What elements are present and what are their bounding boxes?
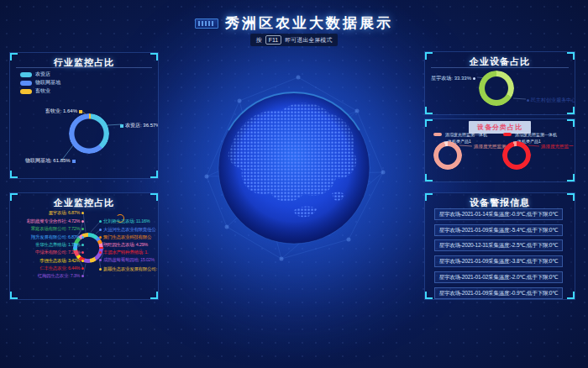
panel-alarms: 设备警报信息 星宇农场-2021-01-14采集温度:-0.9℃,低于下限:0℃…	[424, 192, 575, 300]
label-bullet	[99, 259, 102, 261]
dashboard-background: 秀洲区农业大数据展示 按 F11 即可退出全屏模式 行业监控占比 农资店 物联网…	[0, 0, 588, 368]
callout-text: 物联网基地: 61.85%	[25, 157, 71, 165]
label-bullet	[81, 251, 84, 254]
alarm-row: 星宇农场-2021-01-02采集温度:-2.0℃,低于下限:0℃	[434, 271, 563, 283]
callout-xingyu-farm: 星宇农场: 33.33%	[428, 75, 475, 82]
alarm-row: 星宇农场-2021-01-09采集温度:-5.4℃,低于下限:0℃	[434, 224, 563, 236]
callout-bullet	[527, 99, 529, 102]
callout-bullet	[72, 160, 76, 163]
alarm-row: 星宇农场-2021-01-14采集温度:-0.9℃,低于下限:0℃	[434, 208, 563, 220]
label-bullet	[99, 244, 102, 246]
page-title: 秀洲区农业大数据展示	[225, 13, 393, 33]
divider	[431, 67, 569, 68]
callout-text: 温湿度光照监一	[541, 144, 574, 150]
donut-device-class-left	[433, 141, 462, 170]
label-bullet	[99, 236, 102, 239]
legend-label: 温湿度光照监测一体机	[445, 132, 487, 137]
label-text: 仁丰生态农业: 6.44%	[39, 265, 80, 271]
label-bullet	[81, 260, 84, 262]
label-bullet	[99, 220, 102, 223]
ent-label-left: 红梅园生态农业: 7.3%	[12, 273, 84, 279]
ent-label-right: 丰源水产特种养殖场: 1.	[99, 250, 148, 255]
callout-iot-base: 物联网基地: 61.85%	[25, 157, 76, 165]
label-bullet	[81, 236, 84, 239]
globe-glow	[218, 92, 370, 244]
label-bullet	[81, 275, 84, 277]
label-bullet	[99, 251, 102, 254]
label-text: 新颖生态农业发展有限公司: 6.87%	[103, 266, 159, 272]
callout-text: 农资店: 36.57%	[125, 122, 159, 129]
callout-text: 星宇农场: 33.33%	[431, 75, 471, 82]
legend-label: 温湿度光照监测一体机	[515, 132, 557, 137]
ent-label-left: 星宇农场: 6.87%	[12, 210, 84, 216]
callout-bullet	[79, 110, 82, 113]
label-text: 世华生态养殖场: 1.72%	[35, 242, 80, 248]
label-text: 红梅园生态农业: 7.3%	[38, 273, 80, 279]
fullscreen-tip-bar: 按 F11 即可退出全屏模式	[0, 34, 588, 46]
ent-label-left: 世华生态养殖场: 1.72%	[12, 242, 84, 248]
ent-label-right: 聚门生态农业科技有限公	[99, 234, 151, 240]
donut-device-ratio	[479, 71, 514, 106]
ent-label-left: 中绿禾有限公司: 7.29%	[12, 250, 84, 255]
legend-item: 物联网基地	[20, 79, 60, 87]
legend-swatch	[503, 133, 512, 136]
callout-right: 温湿度光照监一	[541, 144, 574, 150]
ent-label-left: 翔升发展有限公司: 6.87%	[12, 234, 84, 240]
legend-label: 农资店	[35, 71, 50, 78]
label-bullet	[99, 229, 102, 231]
label-bullet	[81, 244, 84, 246]
header: 秀洲区农业大数据展示	[0, 13, 588, 33]
panel-enterprise-monitor: 企业监控占比 星宇农场: 6.87% 彩韵蔬菜专业合作社: 4.72% 家庭农场…	[9, 192, 159, 300]
ent-label-right: 新颖生态农业发展有限公司: 6.87%	[99, 266, 159, 272]
donut-industry	[69, 113, 109, 154]
ent-label-right: 北刘桥生态农场: 11.16%	[99, 218, 150, 224]
fullscreen-tip: 按 F11 即可退出全屏模式	[250, 34, 339, 46]
ent-label-right: 大运河生态农业有限责任公	[99, 227, 155, 233]
legend-label: 物联网基地	[35, 79, 60, 87]
label-text: 彩韵蔬菜专业合作社: 4.72%	[27, 218, 80, 224]
panel-device-ratio: 企业设备占比 星宇农场: 33.33% 民主村创业服务中心	[424, 51, 575, 115]
label-text: 中绿禾有限公司: 7.29%	[35, 250, 80, 255]
ent-label-left: 彩韵蔬菜专业合作社: 4.72%	[12, 218, 84, 224]
tip-prefix: 按	[256, 36, 262, 45]
label-bullet	[81, 212, 84, 214]
label-text: 大运河生态农业有限责任公	[103, 227, 155, 233]
label-bullet	[99, 268, 102, 271]
ent-label-right: 成熟蓝莓葡萄园地: 15.02%	[99, 257, 155, 263]
donut-device-class-right	[502, 141, 531, 170]
panel-title: 企业设备占比	[425, 55, 575, 68]
header-logo	[195, 18, 218, 29]
panel-device-class: 设备分类占比 温湿度光照监测一体机 一体机类产品1 温湿度光照监测一 温湿度光照…	[424, 118, 575, 182]
legend-swatch	[20, 89, 32, 94]
ent-label-left: 仁丰生态农业: 6.44%	[12, 265, 84, 271]
label-text: 星宇农场: 6.87%	[49, 210, 80, 216]
panel-title: 企业监控占比	[10, 197, 158, 209]
ent-label-left: 李强生态农场: 3.42%	[12, 258, 84, 264]
label-text: 翔升发展有限公司: 6.87%	[31, 234, 80, 240]
callout-text: 畜牧业: 1.64%	[45, 108, 77, 115]
divider	[16, 67, 152, 68]
label-bullet	[81, 228, 84, 230]
legend-swatch	[20, 81, 32, 86]
label-text: 北刘桥生态农场: 11.16%	[103, 218, 150, 224]
alarm-row: 星宇农场-2021-01-09采集温度:-0.9℃,低于下限:0℃	[434, 287, 563, 299]
legend-label: 畜牧业	[35, 87, 50, 95]
panel-industry-monitor: 行业监控占比 农资店 物联网基地 畜牧业 畜牧业: 1.64% 农资店: 36.…	[9, 52, 159, 179]
legend-item: 农资店	[20, 71, 50, 78]
legend-swatch	[433, 133, 442, 136]
label-bullet	[81, 267, 84, 270]
legend-item: 温湿度光照监测一体机	[503, 132, 557, 137]
alarm-row: 星宇农场-2021-01-09采集温度:-3.8℃,低于下限:0℃	[434, 255, 563, 267]
legend-item: 畜牧业	[20, 87, 50, 95]
ent-label-left: 家庭农场有限公司: 7.72%	[12, 226, 84, 232]
callout-text: 民主村创业服务中心	[531, 97, 575, 104]
panel-title: 设备警报信息	[425, 197, 575, 209]
legend-item: 温湿度光照监测一体机	[433, 132, 487, 137]
f11-keycap: F11	[265, 35, 282, 45]
label-text: 李强生态农场: 3.42%	[39, 258, 80, 264]
alarm-row: 星宇农场-2020-12-31采集温度:-2.5℃,低于下限:0℃	[434, 239, 563, 251]
label-text: 家庭农场有限公司: 7.72%	[31, 226, 80, 232]
globe-visualization	[193, 67, 395, 269]
callout-agristore: 农资店: 36.57%	[120, 122, 159, 129]
callout-bullet	[120, 124, 123, 128]
